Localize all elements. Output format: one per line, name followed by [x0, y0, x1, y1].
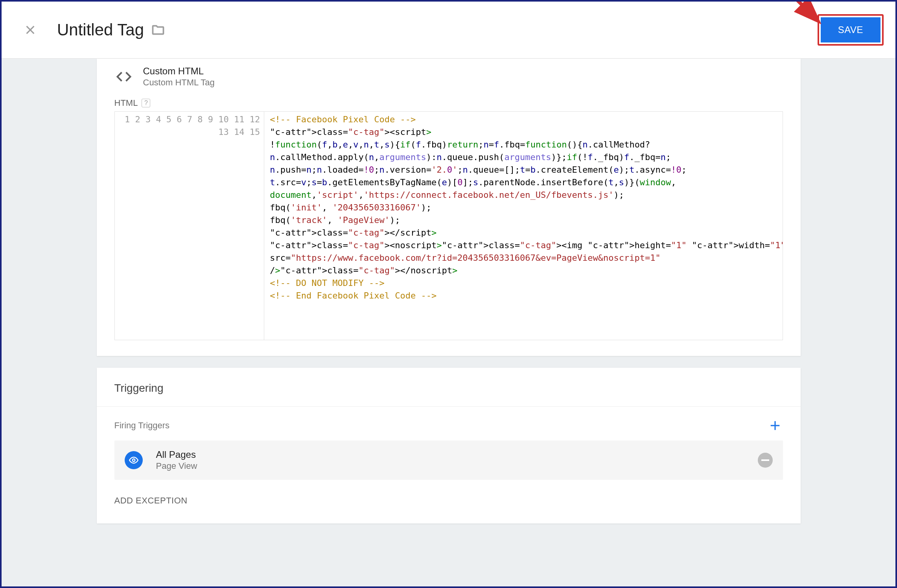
html-field-label: HTML [114, 98, 138, 108]
line-number-gutter: 1 2 3 4 5 6 7 8 9 10 11 12 13 14 15 [115, 112, 265, 340]
close-icon[interactable] [23, 23, 37, 37]
add-trigger-button[interactable] [767, 418, 783, 433]
save-highlight: SAVE [818, 14, 884, 46]
html-code-editor[interactable]: 1 2 3 4 5 6 7 8 9 10 11 12 13 14 15 <!--… [115, 112, 783, 340]
save-button[interactable]: SAVE [821, 17, 880, 42]
svg-point-5 [132, 459, 135, 462]
page-title[interactable]: Untitled Tag [57, 20, 144, 39]
code-brackets-icon [114, 67, 133, 86]
triggering-panel: Triggering Firing Triggers All Pages Pag… [97, 368, 801, 523]
code-content[interactable]: <!-- Facebook Pixel Code --> "c-attr">cl… [264, 112, 782, 340]
trigger-row[interactable]: All Pages Page View [114, 441, 783, 480]
folder-icon[interactable] [151, 23, 165, 37]
triggering-section-title: Triggering [97, 382, 801, 406]
editor-header: Untitled Tag SAVE [2, 2, 895, 59]
firing-triggers-label: Firing Triggers [114, 420, 170, 431]
trigger-name: All Pages [156, 449, 197, 460]
trigger-type: Page View [156, 461, 197, 471]
pageview-icon [125, 451, 143, 469]
tag-config-panel: Custom HTML Custom HTML Tag HTML ? 1 2 3… [97, 59, 801, 356]
tag-type-title: Custom HTML [143, 66, 215, 77]
remove-trigger-button[interactable] [758, 453, 773, 468]
svg-rect-6 [761, 459, 769, 461]
add-exception-button[interactable]: ADD EXCEPTION [97, 492, 205, 506]
help-icon[interactable]: ? [142, 99, 150, 107]
svg-line-2 [795, 0, 816, 19]
tag-type-subtitle: Custom HTML Tag [143, 77, 215, 88]
